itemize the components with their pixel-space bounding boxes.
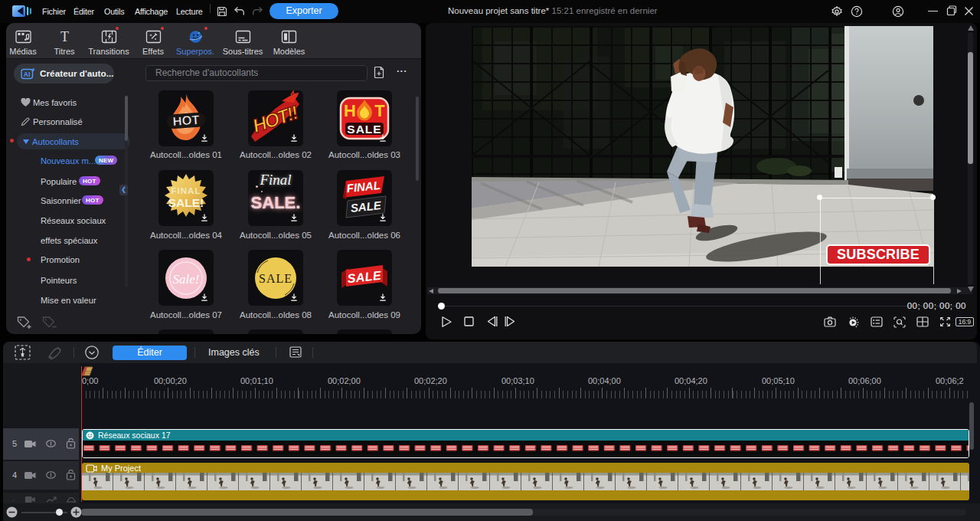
svg-text:Sale!: Sale!	[173, 272, 200, 287]
svg-text:SALE!: SALE!	[168, 196, 204, 209]
svg-text:T: T	[374, 101, 385, 120]
svg-text:T: T	[60, 29, 69, 44]
svg-text:SALE: SALE	[347, 123, 381, 136]
svg-text:HOT: HOT	[172, 113, 200, 128]
svg-text:H: H	[344, 101, 356, 120]
svg-text:AI: AI	[24, 70, 31, 78]
svg-text:SALE: SALE	[347, 269, 383, 286]
svg-text:FINAL: FINAL	[172, 186, 201, 195]
svg-text:SALE: SALE	[259, 272, 292, 285]
svg-text:HOT!!: HOT!!	[250, 101, 301, 136]
